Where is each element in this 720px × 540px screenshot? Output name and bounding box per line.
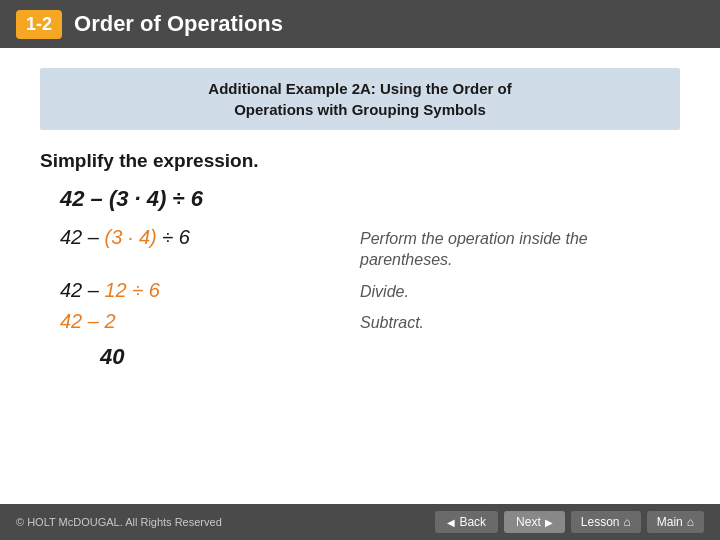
step-2-math: 42 – 12 ÷ 6 bbox=[60, 279, 300, 302]
copyright-text: © HOLT McDOUGAL. All Rights Reserved bbox=[16, 516, 222, 528]
step-3-note: Subtract. bbox=[360, 313, 424, 334]
step-1-note: Perform the operation inside the parenth… bbox=[360, 229, 620, 271]
step-3: 42 – 2 Subtract. bbox=[60, 310, 680, 334]
result: 40 bbox=[100, 344, 680, 370]
steps-block: 42 – (3 · 4) ÷ 6 Perform the operation i… bbox=[60, 226, 680, 334]
back-button[interactable]: ◀ Back bbox=[435, 511, 498, 533]
main-expression: 42 – (3 · 4) ÷ 6 bbox=[60, 186, 680, 212]
main-icon: ⌂ bbox=[687, 515, 694, 529]
next-button[interactable]: Next ▶ bbox=[504, 511, 565, 533]
header-title: Order of Operations bbox=[74, 11, 283, 37]
header-bar: 1-2 Order of Operations bbox=[0, 0, 720, 48]
main-button[interactable]: Main ⌂ bbox=[647, 511, 704, 533]
subtitle-box: Additional Example 2A: Using the Order o… bbox=[40, 68, 680, 130]
footer-bar: © HOLT McDOUGAL. All Rights Reserved ◀ B… bbox=[0, 504, 720, 540]
nav-buttons: ◀ Back Next ▶ Lesson ⌂ Main ⌂ bbox=[435, 511, 704, 533]
header-badge: 1-2 bbox=[16, 10, 62, 39]
next-icon: ▶ bbox=[545, 517, 553, 528]
back-icon: ◀ bbox=[447, 517, 455, 528]
step-1: 42 – (3 · 4) ÷ 6 Perform the operation i… bbox=[60, 226, 680, 271]
step-1-math: 42 – (3 · 4) ÷ 6 bbox=[60, 226, 300, 249]
step-2-note: Divide. bbox=[360, 282, 409, 303]
step-3-math: 42 – 2 bbox=[60, 310, 300, 333]
subtitle-text: Additional Example 2A: Using the Order o… bbox=[60, 78, 660, 120]
lesson-icon: ⌂ bbox=[623, 515, 630, 529]
lesson-button[interactable]: Lesson ⌂ bbox=[571, 511, 641, 533]
simplify-label: Simplify the expression. bbox=[40, 150, 680, 172]
main-content: Additional Example 2A: Using the Order o… bbox=[0, 48, 720, 390]
step-2: 42 – 12 ÷ 6 Divide. bbox=[60, 279, 680, 303]
